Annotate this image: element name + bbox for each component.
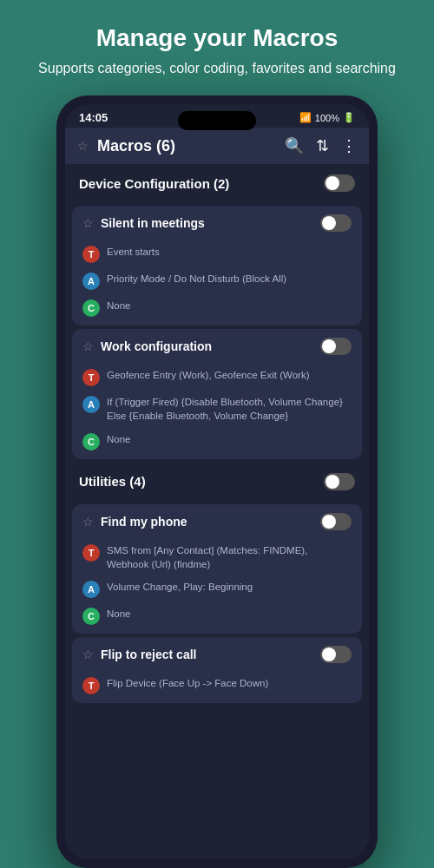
macro-work-config-title: Work configuration — [101, 339, 313, 353]
app-bar-actions: 🔍 ⇅ ⋮ — [285, 136, 357, 155]
macro-find-phone-condition-row: C None — [72, 602, 362, 634]
category-device-config: Device Configuration (2) — [65, 164, 369, 202]
category-device-config-toggle[interactable] — [324, 174, 355, 192]
battery-full-icon: 🔋 — [343, 112, 355, 123]
macro-silent-meetings-trigger: Event starts — [107, 245, 352, 259]
action-badge: A — [82, 273, 100, 290]
trigger-badge: T — [82, 246, 100, 263]
status-time: 14:05 — [79, 111, 108, 124]
macro-silent-meetings-header: ☆ Silent in meetings — [72, 206, 362, 240]
macro-flip-reject-toggle[interactable] — [320, 646, 352, 663]
macro-flip-reject-trigger: Flip Device (Face Up -> Face Down) — [107, 676, 352, 690]
condition-badge: C — [82, 299, 100, 317]
phone-screen: 14:05 📶 100% 🔋 ☆ Macros (6) 🔍 ⇅ ⋮ — [65, 104, 369, 859]
phone-frame: 14:05 📶 100% 🔋 ☆ Macros (6) 🔍 ⇅ ⋮ — [56, 95, 378, 868]
macro-work-config-action: If (Trigger Fired) {Disable Bluetooth, V… — [107, 395, 352, 423]
macro-flip-reject-star[interactable]: ☆ — [82, 648, 94, 661]
category-utilities-title: Utilities (4) — [79, 474, 146, 489]
macro-flip-reject-header: ☆ Flip to reject call — [72, 637, 362, 672]
trigger-badge: T — [82, 544, 100, 562]
category-utilities: Utilities (4) — [65, 463, 369, 501]
macro-find-phone-trigger-row: T SMS from [Any Contact] (Matches: FINDM… — [72, 539, 362, 575]
macro-find-phone-header: ☆ Find my phone — [72, 504, 362, 539]
trigger-badge: T — [82, 369, 100, 386]
app-bar-title: Macros (6) — [97, 137, 276, 155]
macro-work-config-toggle[interactable] — [320, 338, 352, 355]
wifi-icon: 📶 — [299, 112, 312, 123]
macro-silent-meetings-condition: None — [107, 299, 352, 312]
macro-find-phone-star[interactable]: ☆ — [82, 515, 94, 529]
promo-header: Manage your Macros Supports categories, … — [12, 0, 422, 95]
macro-find-phone-title: Find my phone — [101, 515, 313, 529]
macro-find-phone-action: Volume Change, Play: Beginning — [107, 580, 352, 594]
macro-silent-meetings-condition-row: C None — [72, 294, 362, 326]
macro-list: Device Configuration (2) ☆ Silent in mee… — [65, 164, 369, 859]
category-utilities-toggle[interactable] — [324, 473, 355, 490]
macro-silent-meetings-title: Silent in meetings — [101, 216, 313, 230]
macro-find-phone-action-row: A Volume Change, Play: Beginning — [72, 575, 362, 602]
macro-flip-reject-title: Flip to reject call — [101, 648, 313, 661]
condition-badge: C — [82, 433, 100, 450]
macro-work-config-header: ☆ Work configuration — [72, 329, 362, 364]
macro-silent-meetings-action-row: A Priority Mode / Do Not Disturb (Block … — [72, 267, 362, 294]
macro-work-config-star[interactable]: ☆ — [82, 339, 94, 353]
condition-badge: C — [82, 608, 100, 625]
macro-find-phone-toggle[interactable] — [320, 513, 352, 530]
macro-flip-reject-trigger-row: T Flip Device (Face Up -> Face Down) — [72, 672, 362, 703]
collapse-button[interactable]: ⇅ — [316, 136, 329, 155]
action-badge: A — [82, 396, 100, 413]
macro-silent-meetings-star[interactable]: ☆ — [82, 216, 94, 230]
macro-silent-meetings-trigger-row: T Event starts — [72, 240, 362, 267]
dynamic-island — [178, 111, 256, 130]
macro-work-config-trigger: Geofence Entry (Work), Geofence Exit (Wo… — [107, 368, 352, 382]
macro-work-config-trigger-row: T Geofence Entry (Work), Geofence Exit (… — [72, 364, 362, 391]
app-bar-star-icon: ☆ — [77, 139, 89, 153]
macro-find-phone-trigger: SMS from [Any Contact] (Matches: FINDME)… — [107, 543, 352, 571]
promo-title: Manage your Macros — [38, 24, 396, 52]
status-icons: 📶 100% 🔋 — [299, 112, 355, 123]
app-bar: ☆ Macros (6) 🔍 ⇅ ⋮ — [65, 128, 369, 164]
macro-silent-meetings: ☆ Silent in meetings T Event starts A Pr… — [72, 206, 362, 326]
macro-flip-reject: ☆ Flip to reject call T Flip Device (Fac… — [72, 637, 362, 703]
macro-work-config-condition: None — [107, 432, 352, 446]
search-button[interactable]: 🔍 — [285, 136, 304, 155]
battery-icon: 100% — [315, 113, 339, 123]
macro-work-config-action-row: A If (Trigger Fired) {Disable Bluetooth,… — [72, 391, 362, 427]
macro-work-config: ☆ Work configuration T Geofence Entry (W… — [72, 329, 362, 458]
macro-find-phone-condition: None — [107, 607, 352, 621]
promo-subtitle: Supports categories, color coding, favor… — [38, 59, 396, 78]
macro-silent-meetings-toggle[interactable] — [320, 214, 352, 232]
category-device-config-title: Device Configuration (2) — [79, 176, 229, 191]
macro-work-config-condition-row: C None — [72, 428, 362, 459]
trigger-badge: T — [82, 677, 100, 694]
action-badge: A — [82, 581, 100, 598]
macro-silent-meetings-action: Priority Mode / Do Not Disturb (Block Al… — [107, 272, 352, 286]
menu-button[interactable]: ⋮ — [341, 136, 357, 155]
macro-find-phone: ☆ Find my phone T SMS from [Any Contact]… — [72, 504, 362, 634]
